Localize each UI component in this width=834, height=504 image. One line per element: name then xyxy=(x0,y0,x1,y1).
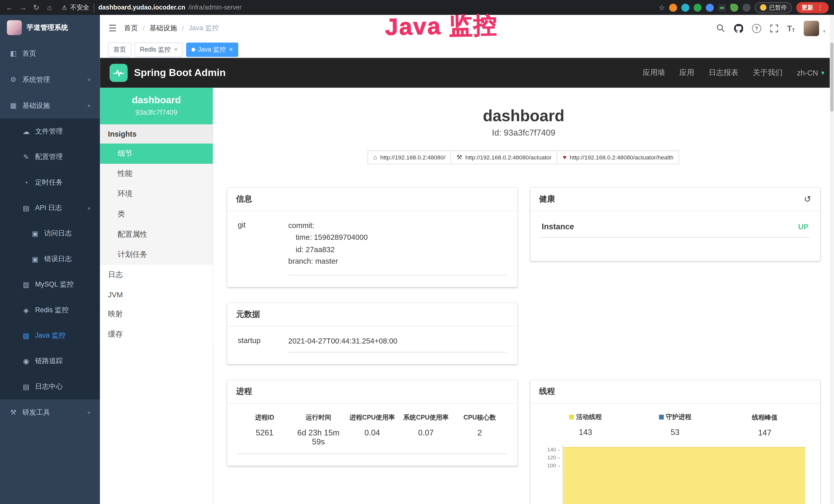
nav-about[interactable]: 关于我们 xyxy=(753,68,783,77)
sidebar-item-infra[interactable]: ▦ 基础设施 ∧ xyxy=(0,92,100,118)
sidebar-item-java-monitor[interactable]: ▧ Java 监控 xyxy=(0,323,100,348)
forward-icon[interactable]: → xyxy=(19,0,27,15)
sidebar-item-mysql[interactable]: ▥ MySQL 监控 xyxy=(0,272,100,297)
process-stats: 进程ID 5261 运行时间 6d 23h 15m 59s 进程CPU使用率 xyxy=(238,412,507,454)
sba-item-details[interactable]: 细节 xyxy=(100,143,213,164)
extension-icon[interactable] xyxy=(706,3,714,11)
breadcrumb-home[interactable]: 首页 xyxy=(124,23,138,33)
back-icon[interactable]: ← xyxy=(5,0,14,15)
instance-header[interactable]: dashboard 93a3fc7f7409 xyxy=(100,88,213,124)
sidebar-item-api-log[interactable]: ▤ API 日志 ∧ xyxy=(0,195,100,221)
history-icon[interactable]: ↺ xyxy=(804,194,811,204)
sidebar-section-insights[interactable]: Insights xyxy=(100,124,213,144)
fullscreen-icon[interactable] xyxy=(770,24,778,32)
nav-applications[interactable]: 应用 xyxy=(679,68,694,77)
sba-item-classes[interactable]: 类 xyxy=(100,204,213,224)
kebab-menu-icon[interactable]: ⋮ xyxy=(817,4,824,11)
sidebar-item-redis[interactable]: ◈ Redis 监控 xyxy=(0,297,100,323)
locale-selector[interactable]: zh-CN ▾ xyxy=(797,69,825,77)
sba-item-scheduled-tasks[interactable]: 计划任务 xyxy=(100,245,213,265)
sidebar-item-label: 首页 xyxy=(22,48,36,58)
sidebar-item-config[interactable]: ✎ 配置管理 xyxy=(0,144,100,169)
sidebar-item-label: 基础设施 xyxy=(22,101,50,110)
tab-redis-monitor[interactable]: Redis 监控 × xyxy=(135,42,183,57)
close-icon[interactable]: × xyxy=(174,46,178,53)
sba-item-caches[interactable]: 缓存 xyxy=(100,324,213,345)
stat-uptime: 运行时间 6d 23h 15m 59s xyxy=(291,412,345,446)
breadcrumb-current: Java 监控 xyxy=(189,23,219,33)
paused-badge[interactable]: 已暂停 xyxy=(755,2,792,13)
reload-icon[interactable]: ↻ xyxy=(32,0,40,15)
sidebar-item-devtools[interactable]: ⚒ 研发工具 ∨ xyxy=(0,399,100,425)
sba-item-logs[interactable]: 日志 xyxy=(100,265,213,285)
breadcrumb-infra[interactable]: 基础设施 xyxy=(150,23,177,33)
header-actions: ? TT ▾ xyxy=(716,21,826,36)
extension-icon[interactable] xyxy=(694,3,701,11)
app-logo-row[interactable]: 芋道管理系统 xyxy=(0,15,100,40)
update-button[interactable]: 更新 ⋮ xyxy=(796,2,829,13)
sidebar-item-error-log[interactable]: ▣ 错误日志 xyxy=(0,246,100,272)
chevron-down-icon: ∨ xyxy=(87,410,91,415)
tab-home[interactable]: 首页 xyxy=(108,42,131,57)
sidebar-item-home[interactable]: ◧ 首页 xyxy=(0,40,100,66)
sba-brand[interactable]: Spring Boot Admin xyxy=(134,67,226,79)
sidebar-item-file[interactable]: ☁ 文件管理 xyxy=(0,119,100,144)
actuator-url-link[interactable]: ⚒ http://192.168.0.2:48080/actuator xyxy=(451,151,557,164)
sidebar-item-system[interactable]: ⚙ 系统管理 ∨ xyxy=(0,67,100,92)
card-title: 进程 xyxy=(227,380,517,404)
sba-sidebar: dashboard 93a3fc7f7409 Insights 细节 性能 环境… xyxy=(100,88,213,504)
app-title: 芋道管理系统 xyxy=(27,23,68,32)
git-id-line: id: 27aa832 xyxy=(288,244,506,255)
sba-item-environment[interactable]: 环境 xyxy=(100,184,213,204)
on-badge-label: on xyxy=(720,6,724,9)
page-title: dashboard xyxy=(213,107,834,125)
home-icon[interactable]: ⌂ xyxy=(45,0,54,15)
extension-icon[interactable] xyxy=(681,3,689,11)
sba-item-metrics[interactable]: 性能 xyxy=(100,164,213,184)
service-url-link[interactable]: ⌂ http://192.168.0.2:48080/ xyxy=(367,151,451,164)
log-icon: ▤ xyxy=(22,383,30,391)
sidebar-item-access-log[interactable]: ▣ 访问日志 xyxy=(0,221,100,246)
dashboard-icon: ◧ xyxy=(9,49,18,58)
chart-y-axis: 140 120 100 xyxy=(541,445,563,504)
health-row[interactable]: Instance UP xyxy=(541,220,810,237)
sba-logo-icon xyxy=(110,64,128,82)
search-icon[interactable] xyxy=(716,24,725,32)
sidebar-item-label: Java 监控 xyxy=(35,331,66,340)
close-icon[interactable]: × xyxy=(229,46,233,53)
scrollbar-thumb[interactable] xyxy=(830,43,833,112)
extension-on-badge[interactable]: on xyxy=(718,3,726,11)
nav-journal[interactable]: 日志报表 xyxy=(709,68,739,77)
extension-icon[interactable] xyxy=(669,3,677,11)
page-scrollbar[interactable] xyxy=(830,15,834,504)
sba-item-jvm[interactable]: JVM xyxy=(100,285,213,304)
sba-item-mappings[interactable]: 映射 xyxy=(100,304,213,324)
card-title: 元数据 xyxy=(227,303,517,326)
sidebar-item-trace[interactable]: ◉ 链路追踪 xyxy=(0,348,100,373)
link-label: http://192.168.0.2:48080/ xyxy=(380,154,445,161)
font-size-icon[interactable]: TT xyxy=(787,24,795,32)
security-label[interactable]: 不安全 xyxy=(70,3,94,12)
help-icon[interactable]: ? xyxy=(752,24,761,32)
health-url-link[interactable]: ♥ http://192.168.0.2:48080/actuator/heal… xyxy=(557,151,679,164)
caret-down-icon[interactable]: ▾ xyxy=(823,28,825,36)
process-card: 进程 进程ID 5261 运行时间 6d 23h 15m 59 xyxy=(227,380,517,466)
sba-navbar: Spring Boot Admin 应用墙 应用 日志报表 关于我们 zh-CN… xyxy=(100,58,834,88)
active-dot xyxy=(192,47,195,51)
address-bar[interactable]: ⚠ 不安全 dashboard.yudao.iocoder.cn/infra/a… xyxy=(62,3,654,12)
extension-icon[interactable] xyxy=(730,3,738,11)
bookmark-star-icon[interactable]: ☆ xyxy=(659,3,665,11)
github-icon[interactable] xyxy=(734,24,743,32)
card-title: 健康 ↺ xyxy=(530,188,820,211)
sidebar-item-log-center[interactable]: ▤ 日志中心 xyxy=(0,374,100,399)
extension-icon[interactable] xyxy=(743,3,750,11)
chart-plot-area xyxy=(563,445,805,504)
hamburger-icon[interactable]: ☰ xyxy=(108,23,117,33)
user-avatar[interactable] xyxy=(804,21,819,36)
tab-java-monitor[interactable]: Java 监控 × xyxy=(186,42,238,57)
chevron-up-icon: ∧ xyxy=(87,103,91,108)
nav-wall[interactable]: 应用墙 xyxy=(643,68,665,77)
sidebar-item-job[interactable]: ◔ 定时任务 xyxy=(0,170,100,195)
sba-item-configprops[interactable]: 配置属性 xyxy=(100,224,213,245)
chevron-down-icon: ∨ xyxy=(87,77,91,82)
